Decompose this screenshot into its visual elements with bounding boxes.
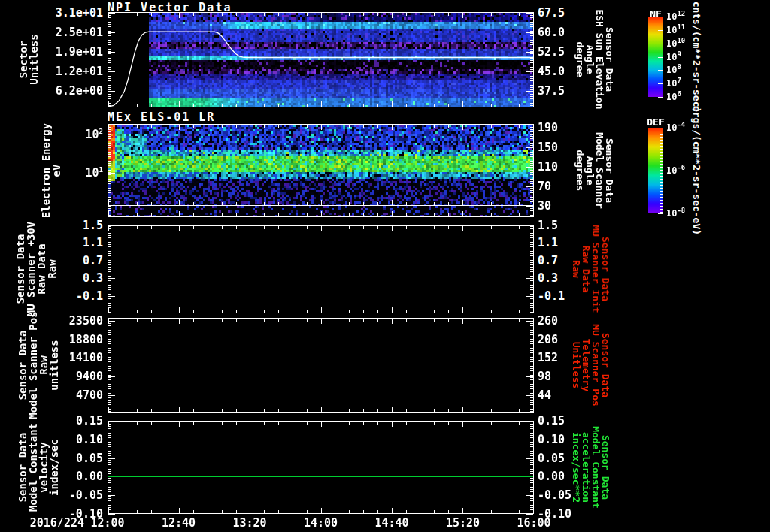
axis-tick	[448, 510, 449, 513]
axis-tick	[108, 495, 115, 496]
axis-tick	[307, 422, 308, 425]
axis-tick	[526, 147, 533, 148]
axis-tick	[491, 125, 492, 128]
axis-tick	[519, 226, 520, 229]
axis-tick	[462, 125, 463, 130]
y-axis-label-right: Sensor Data Model Scanner Angle degrees	[575, 132, 614, 209]
axis-tick	[406, 422, 407, 425]
axis-tick	[658, 17, 663, 17]
colorbar-tick-label: 10-8	[666, 209, 685, 218]
axis-tick	[307, 226, 308, 229]
axis-tick	[477, 319, 477, 322]
axis-tick	[392, 200, 393, 205]
axis-tick	[505, 409, 505, 412]
axis-tick	[236, 310, 237, 313]
axis-tick	[335, 125, 335, 128]
axis-tick	[406, 226, 407, 229]
axis-tick	[108, 458, 115, 459]
x-tick-label: 14:00	[304, 516, 338, 530]
axis-tick	[434, 125, 435, 128]
axis-tick	[335, 226, 335, 229]
axis-tick	[250, 508, 250, 513]
axis-tick	[505, 422, 505, 425]
axis-tick	[420, 125, 420, 128]
y-axis-label-right: Sensor Data MU Scanner Init Raw Data Raw	[571, 225, 611, 313]
axis-tick	[434, 319, 435, 322]
colorbar-tick-label: 106	[666, 92, 681, 101]
axis-tick	[123, 422, 123, 425]
vector-data-plot-page: NPI Vector Data MEx ELS-01 LR 3.1e+012.5…	[0, 0, 770, 532]
axis-tick	[208, 510, 208, 513]
axis-tick	[293, 319, 293, 322]
axis-tick	[250, 125, 250, 130]
axis-tick	[179, 319, 180, 324]
axis-tick	[250, 407, 250, 412]
axis-tick	[278, 213, 279, 216]
y-tick-label: -0.1	[538, 291, 565, 302]
axis-tick	[533, 200, 534, 205]
axis-tick	[123, 310, 123, 313]
axis-tick	[526, 225, 533, 226]
axis-tick	[491, 226, 492, 229]
axis-tick	[193, 213, 194, 216]
axis-tick	[363, 125, 364, 128]
axis-tick	[491, 510, 492, 513]
minor-tick-comb	[530, 319, 533, 412]
axis-tick	[363, 510, 364, 513]
axis-tick	[392, 407, 393, 412]
axis-tick	[526, 340, 533, 340]
axis-tick	[193, 226, 194, 229]
axis-tick	[377, 319, 378, 322]
axis-tick	[165, 409, 165, 412]
axis-tick	[208, 409, 208, 412]
axis-tick	[462, 407, 463, 412]
data-line	[108, 476, 533, 477]
y-tick-label: 6.2e+00	[43, 86, 103, 97]
axis-tick	[363, 422, 364, 425]
axis-tick	[377, 310, 378, 313]
y-tick-label: 3.1e+01	[43, 8, 103, 19]
axis-tick	[406, 409, 407, 412]
axis-tick	[278, 510, 279, 513]
y-axis-label-left: Sensor Data Model Scanner Pos Raw unitle…	[17, 311, 59, 419]
axis-tick	[363, 319, 364, 322]
y-tick-label: 2.5e+01	[43, 27, 103, 38]
x-tick-label: 12:00	[90, 516, 124, 530]
minor-tick-comb	[530, 125, 533, 216]
axis-tick	[208, 125, 208, 128]
axis-tick	[526, 206, 533, 207]
axis-tick	[222, 319, 223, 322]
axis-tick	[307, 510, 308, 513]
y-tick-label: 260	[538, 316, 558, 327]
axis-tick	[250, 226, 250, 231]
axis-tick	[321, 422, 322, 427]
axis-tick	[307, 319, 308, 322]
axis-tick	[108, 243, 115, 243]
axis-tick	[491, 213, 492, 216]
axis-tick	[462, 307, 463, 313]
y-tick-label: 1.5	[538, 220, 558, 231]
axis-tick	[434, 422, 435, 425]
axis-tick	[193, 422, 194, 425]
axis-tick	[526, 458, 533, 459]
axis-tick	[123, 319, 123, 322]
axis-tick	[526, 243, 533, 243]
axis-tick	[208, 310, 208, 313]
axis-tick	[307, 310, 308, 313]
axis-tick	[533, 125, 534, 130]
axis-tick	[165, 125, 165, 128]
axis-tick	[307, 409, 308, 412]
axis-tick	[264, 213, 265, 216]
y-tick-label: 45.0	[538, 66, 565, 77]
y-tick-label: 110	[538, 162, 558, 173]
axis-tick	[193, 310, 194, 313]
axis-tick	[151, 422, 152, 425]
y-tick-label: 0.05	[538, 453, 565, 464]
y-axis-label-left: Sensor Data MU Scanner +30V Raw Data Raw	[15, 222, 57, 316]
axis-tick	[420, 226, 420, 229]
axis-tick	[236, 319, 237, 322]
y-tick-label: 1.9e+01	[43, 47, 103, 58]
y-tick-label: 60.0	[538, 27, 565, 38]
y-tick-label: 30	[538, 201, 551, 212]
axis-tick	[137, 125, 138, 128]
